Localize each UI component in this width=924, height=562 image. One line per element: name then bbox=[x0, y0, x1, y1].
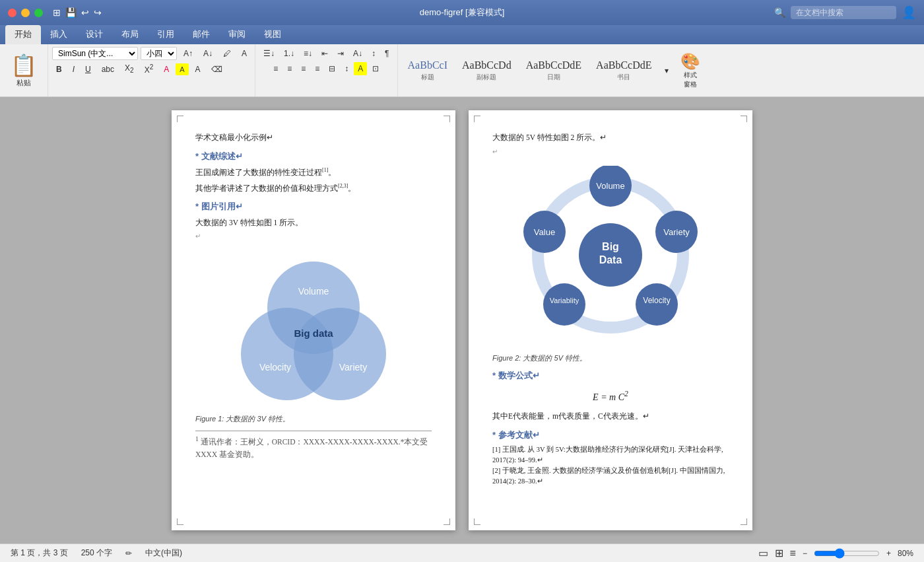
indent-increase-button[interactable]: ⇥ bbox=[333, 47, 348, 60]
font-style-button[interactable]: A bbox=[238, 47, 251, 60]
paste-button[interactable]: 📋 粘贴 bbox=[4, 50, 44, 90]
fivev-variety-label: Variety bbox=[663, 227, 690, 237]
align-right-button[interactable]: ≡ bbox=[297, 62, 310, 75]
font-grow-button[interactable]: A↑ bbox=[180, 47, 197, 60]
user-icon[interactable]: 👤 bbox=[902, 5, 916, 20]
highlight-button[interactable]: A bbox=[176, 63, 188, 75]
styles-panel-button[interactable]: 🎨 样式窗格 bbox=[675, 50, 706, 92]
align-center-button[interactable]: ≡ bbox=[283, 62, 296, 75]
justify-button[interactable]: ≡ bbox=[311, 62, 323, 75]
sort-button[interactable]: ↕ bbox=[368, 47, 380, 60]
style-heading[interactable]: AaBbCcI 标题 bbox=[402, 56, 453, 85]
strikethrough-button[interactable]: abc bbox=[98, 63, 118, 76]
page1-section2: * 图片引用↵ bbox=[195, 200, 432, 214]
tab-layout[interactable]: 布局 bbox=[112, 25, 148, 44]
statusbar-right: ▭ ⊞ ≡ − + 80% bbox=[758, 547, 913, 559]
titlebar: ⊞ 💾 ↩ ↪ demo-figref [兼容模式] 🔍 👤 bbox=[0, 0, 924, 25]
view-grid-icon[interactable]: ⊞ bbox=[775, 547, 783, 559]
zoom-slider[interactable] bbox=[814, 548, 880, 559]
font-size-select[interactable]: 小四 bbox=[141, 47, 177, 60]
tab-mail[interactable]: 邮件 bbox=[183, 25, 219, 44]
tab-design[interactable]: 设计 bbox=[77, 25, 112, 44]
border-button[interactable]: ⊡ bbox=[368, 62, 383, 75]
bold-button[interactable]: B bbox=[52, 63, 66, 76]
line-spacing-button[interactable]: ↕ bbox=[341, 62, 352, 75]
tab-insert[interactable]: 插入 bbox=[41, 25, 77, 44]
style-subheading[interactable]: AaBbCcDd 副标题 bbox=[456, 56, 517, 85]
view-outline-icon[interactable]: ≡ bbox=[790, 547, 796, 559]
zoom-level: 80% bbox=[898, 549, 913, 558]
venn-diagram-svg: Volume Velocity Variety Big data bbox=[228, 255, 399, 400]
tab-references[interactable]: 引用 bbox=[148, 25, 183, 44]
sidebar-toggle-icon[interactable]: ⊞ bbox=[53, 7, 61, 18]
zoom-increase-icon[interactable]: + bbox=[886, 549, 891, 558]
font-clear2-button[interactable]: ⌫ bbox=[207, 63, 226, 76]
section3-marker: * bbox=[492, 370, 498, 380]
language: 中文(中国) bbox=[145, 547, 182, 559]
page1-para3-marker: ↵ bbox=[195, 231, 432, 242]
footnote-line: 1 通讯作者：王树义，ORCID：XXXX-XXXX-XXXX-XXXX.*本文… bbox=[195, 431, 432, 462]
page2-intro-marker: ↵ bbox=[492, 147, 729, 157]
section4-marker: * bbox=[492, 430, 498, 440]
maximize-button[interactable] bbox=[34, 9, 43, 17]
bullet-list-button[interactable]: ☰↓ bbox=[259, 47, 279, 60]
styles-section: AaBbCcI 标题 AaBbCcDd 副标题 AaBbCcDdE 日期 AaB… bbox=[398, 44, 924, 96]
page1-subtitle: 学术文稿最小化示例↵ bbox=[195, 131, 432, 145]
font-color2-button[interactable]: A bbox=[191, 63, 205, 76]
font-row-1: SimSun (中文... 小四 A↑ A↓ 🖊 A bbox=[52, 47, 251, 60]
style-bibliography[interactable]: AaBbCcDdE 书目 bbox=[590, 56, 657, 85]
superscript-button[interactable]: X2 bbox=[141, 61, 158, 77]
text-direction-button[interactable]: A↓ bbox=[349, 47, 366, 60]
show-marks-button[interactable]: ¶ bbox=[381, 47, 393, 60]
underline-button[interactable]: U bbox=[81, 63, 95, 76]
font-color-button[interactable]: A bbox=[160, 63, 173, 76]
formula-text: E = m C2 bbox=[593, 392, 628, 402]
close-button[interactable] bbox=[8, 9, 16, 17]
clear-format-button[interactable]: 🖊 bbox=[219, 47, 235, 60]
ribbon-tabs: 开始 插入 设计 布局 引用 邮件 审阅 视图 bbox=[0, 25, 924, 44]
style-subheading-preview: AaBbCcDd bbox=[462, 59, 512, 71]
titlebar-right: 🔍 👤 bbox=[774, 5, 916, 20]
align-left-button[interactable]: ≡ bbox=[269, 62, 282, 75]
document-search-input[interactable] bbox=[791, 6, 896, 19]
font-name-select[interactable]: SimSun (中文... bbox=[52, 47, 138, 60]
venn-label-velocity: Velocity bbox=[259, 362, 291, 372]
zoom-decrease-icon[interactable]: − bbox=[803, 549, 807, 558]
fivev-diagram-svg: Volume Variety Velocity Variablity Value… bbox=[512, 166, 710, 344]
math-formula: E = m C2 bbox=[492, 388, 729, 405]
undo-icon[interactable]: ↩ bbox=[81, 7, 89, 18]
venn-diagram-container: Volume Velocity Variety Big data bbox=[195, 248, 432, 407]
style-date[interactable]: AaBbCcDdE 日期 bbox=[520, 56, 587, 85]
view-normal-icon[interactable]: ▭ bbox=[758, 547, 768, 559]
italic-button[interactable]: I bbox=[69, 63, 79, 76]
tab-review[interactable]: 审阅 bbox=[219, 25, 255, 44]
section3-title: 数学公式 bbox=[498, 370, 533, 380]
font-shrink-button[interactable]: A↓ bbox=[199, 47, 216, 60]
paragraph-section: ☰↓ 1.↓ ≡↓ ⇤ ⇥ A↓ ↕ ¶ ≡ ≡ ≡ ≡ ⊟ ↕ A ⊡ bbox=[255, 44, 398, 96]
tab-view[interactable]: 视图 bbox=[255, 25, 290, 44]
save-icon[interactable]: 💾 bbox=[65, 7, 77, 18]
word-count: 250 个字 bbox=[81, 547, 112, 559]
column-button[interactable]: ⊟ bbox=[325, 62, 339, 75]
fivev-variability-circle bbox=[543, 283, 585, 326]
multilevel-button[interactable]: ≡↓ bbox=[300, 47, 316, 60]
indent-decrease-button[interactable]: ⇤ bbox=[317, 47, 332, 60]
subscript-button[interactable]: X2 bbox=[121, 61, 138, 76]
page2-corner-tr bbox=[741, 116, 747, 122]
minimize-button[interactable] bbox=[21, 9, 30, 17]
styles-panel-icon: 🎨 bbox=[680, 52, 700, 71]
more-styles-button[interactable]: ▾ bbox=[661, 64, 673, 77]
style-date-label: 日期 bbox=[547, 73, 560, 82]
page-2: 大数据的 5V 特性如图 2 所示。↵ ↵ Volume Variety Vel… bbox=[469, 110, 752, 530]
page-1: 学术文稿最小化示例↵ * 文献综述↵ 王国成阐述了大数据的特性变迁过程[1]。 … bbox=[172, 110, 455, 530]
section1-title: 文献综述 bbox=[201, 151, 236, 161]
numbering-button[interactable]: 1.↓ bbox=[280, 47, 298, 60]
track-changes-icon[interactable]: ✏ bbox=[125, 549, 132, 558]
redo-icon[interactable]: ↪ bbox=[94, 7, 102, 18]
corner-tl bbox=[177, 116, 183, 122]
page1-fig-caption: Figure 1: 大数据的 3V 特性。 bbox=[195, 413, 432, 425]
shading-button[interactable]: A bbox=[354, 62, 367, 75]
page2-corner-br bbox=[741, 518, 747, 525]
tab-start[interactable]: 开始 bbox=[5, 25, 41, 44]
section2-marker: * bbox=[195, 201, 201, 211]
